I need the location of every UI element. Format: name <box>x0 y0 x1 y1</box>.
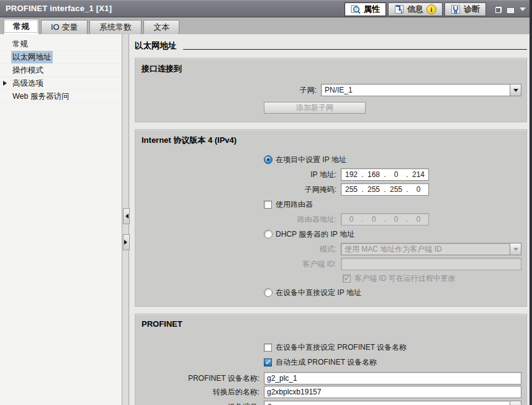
info-arrow-icon: i <box>394 4 404 14</box>
mode-label: 模式: <box>140 244 341 255</box>
set-name-on-device-checkbox[interactable] <box>264 344 272 352</box>
magnifier-icon <box>351 4 361 14</box>
window-right-border <box>530 0 532 405</box>
properties-window: PROFINET interface_1 [X1] 属性 i 信息 i 诊断 <box>0 0 532 405</box>
collapse-right-button[interactable] <box>123 234 130 250</box>
ip-address-input[interactable]: 192.168.0.214 <box>341 168 429 181</box>
tab-properties-label: 属性 <box>364 4 380 15</box>
use-router-label: 使用路由器 <box>276 199 313 210</box>
radio-set-ip-on-device-label: 在设备中直接设定 IP 地址 <box>276 288 361 298</box>
tab-system-constants[interactable]: 系统常数 <box>89 20 142 34</box>
tab-texts[interactable]: 文本 <box>143 20 179 34</box>
diagnostics-icon <box>451 4 461 14</box>
section-title: PROFINET <box>142 319 521 329</box>
expand-arrow-icon[interactable] <box>3 81 9 86</box>
section-interface-networked: 接口连接到 子网: PN/IE_1 添加新子网 <box>135 58 527 122</box>
section-title: Internet 协议版本 4 (IPv4) <box>142 135 521 146</box>
tab-general[interactable]: 常规 <box>3 19 39 34</box>
radio-set-ip-in-project-label: 在项目中设置 IP 地址 <box>276 155 346 165</box>
auto-generate-name-checkbox[interactable] <box>264 358 272 366</box>
subnet-mask-label: 子网掩码: <box>140 184 341 195</box>
triangle-left-icon <box>123 214 128 219</box>
device-number-label: 设备编号: <box>140 402 264 405</box>
pane-splitter[interactable] <box>122 34 129 405</box>
ip-address-label: IP 地址: <box>140 170 341 180</box>
tab-info[interactable]: i 信息 i <box>388 2 443 16</box>
converted-name-label: 转换后的名称: <box>140 387 264 398</box>
client-id-changeable-label: 客户端 ID 可在运行过程中更改 <box>354 273 456 284</box>
main-panel: 以太网地址 接口连接到 子网: PN/IE_1 添加新子网 <box>129 34 532 405</box>
window-controls <box>495 5 526 14</box>
sidebar-item-web-server-access[interactable]: Web 服务器访问 <box>0 90 122 103</box>
tab-io-tags[interactable]: IO 变量 <box>41 20 88 34</box>
client-id-changeable-checkbox[interactable] <box>343 275 351 283</box>
chevron-down-icon[interactable] <box>510 84 521 96</box>
subnet-combobox[interactable]: PN/IE_1 <box>321 84 521 96</box>
collapse-left-button[interactable] <box>123 208 130 224</box>
tab-info-label: 信息 <box>407 4 423 15</box>
tab-diagnostics[interactable]: 诊断 <box>444 2 486 16</box>
page-title: 以太网地址 <box>135 40 183 52</box>
use-router-checkbox[interactable] <box>264 201 272 209</box>
collapse-chevron-icon[interactable] <box>520 7 526 14</box>
page-heading: 以太网地址 <box>135 40 527 52</box>
client-id-input[interactable] <box>341 258 521 270</box>
set-name-on-device-label: 在设备中直接设定 PROFINET 设备名称 <box>276 342 407 353</box>
device-name-input[interactable] <box>264 372 521 385</box>
radio-set-ip-on-device[interactable] <box>264 288 273 297</box>
sidebar-item-advanced-options[interactable]: 高级选项 <box>0 77 122 90</box>
radio-dhcp-server[interactable] <box>264 230 273 239</box>
mode-combobox[interactable]: 使用 MAC 地址作为客户端 ID <box>341 243 521 255</box>
section-ipv4: Internet 协议版本 4 (IPv4) 在项目中设置 IP 地址 IP 地… <box>135 129 527 307</box>
heading-rule <box>183 49 528 50</box>
tab-diagnostics-label: 诊断 <box>464 4 480 15</box>
device-number-value: 0 <box>264 401 510 405</box>
router-address-input[interactable]: 0.0.0.0 <box>341 213 429 225</box>
subnet-label: 子网: <box>140 85 321 96</box>
device-name-label: PROFINET 设备名称: <box>140 373 264 384</box>
radio-set-ip-in-project[interactable] <box>264 155 273 164</box>
chevron-down-icon[interactable] <box>510 401 521 405</box>
mode-value: 使用 MAC 地址作为客户端 ID <box>341 243 510 255</box>
add-subnet-button[interactable]: 添加新子网 <box>264 102 366 114</box>
tab-properties[interactable]: 属性 <box>345 2 386 16</box>
titlebar: PROFINET interface_1 [X1] 属性 i 信息 i 诊断 <box>0 0 532 17</box>
navigation-sidebar: 常规 以太网地址 操作模式 高级选项 Web 服务器访问 <box>0 34 122 405</box>
device-number-combobox[interactable]: 0 <box>264 401 521 405</box>
radio-dhcp-server-label: DHCP 服务器的 IP 地址 <box>276 229 354 240</box>
sidebar-item-ethernet-addresses[interactable]: 以太网地址 <box>0 51 122 64</box>
triangle-right-icon <box>124 240 130 245</box>
chevron-down-icon[interactable] <box>510 243 521 255</box>
subnet-mask-input[interactable]: 255.255.255.0 <box>341 183 429 196</box>
window-title: PROFINET interface_1 [X1] <box>6 4 112 13</box>
section-profinet: PROFINET 在设备中直接设定 PROFINET 设备名称 自动生成 PRO… <box>135 314 527 405</box>
info-badge-icon: i <box>426 4 436 14</box>
section-title: 接口连接到 <box>142 63 521 75</box>
client-id-label: 客户端 ID: <box>140 259 341 270</box>
float-window-icon[interactable] <box>495 7 502 13</box>
view-tab-bar: 属性 i 信息 i 诊断 <box>345 2 486 16</box>
sidebar-item-operating-mode[interactable]: 操作模式 <box>0 64 122 77</box>
sidebar-item-general[interactable]: 常规 <box>0 38 122 51</box>
minimize-icon[interactable] <box>507 8 514 13</box>
auto-generate-name-label: 自动生成 PROFINET 设备名称 <box>276 357 377 368</box>
router-address-label: 路由器地址: <box>140 214 341 225</box>
converted-name-input[interactable] <box>264 386 521 398</box>
subnet-value: PN/IE_1 <box>322 84 510 96</box>
tab-strip: 常规 IO 变量 系统常数 文本 <box>0 17 532 34</box>
